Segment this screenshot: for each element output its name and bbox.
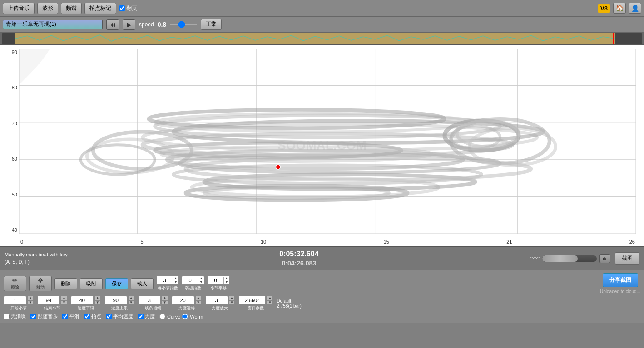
speed-min-down[interactable]: ▼: [94, 300, 101, 305]
status-bar: Manually mark beat with key (A, S, D, F)…: [0, 246, 644, 270]
dynamics-checkbox-label[interactable]: 力度: [138, 313, 155, 320]
rewind-button[interactable]: ⏮: [106, 19, 119, 30]
bar-shift-value: 0: [208, 278, 223, 283]
start-bar-down[interactable]: ▼: [27, 300, 34, 305]
waveform-button[interactable]: 波形: [37, 3, 58, 14]
smooth-checkbox[interactable]: [62, 314, 68, 319]
filename-input[interactable]: [3, 20, 103, 29]
main-visualization[interactable]: 90 80 70 60 50 40: [0, 44, 644, 246]
volume-slider[interactable]: [542, 255, 597, 262]
delete-button[interactable]: 删除: [54, 278, 77, 289]
beats-per-bar-down[interactable]: ▼: [173, 280, 178, 284]
beat-point-checkbox-label[interactable]: 拍点: [84, 313, 101, 320]
end-bar-label: 结束小节: [44, 305, 60, 311]
no-denoise-checkbox-label[interactable]: 无消噪: [4, 313, 26, 320]
share-screenshot-button[interactable]: 分享截图: [603, 273, 638, 287]
x-label-21: 21: [506, 239, 512, 245]
speed-min-input-group: ▲ ▼: [71, 296, 101, 305]
dyn-amp-input[interactable]: [205, 296, 228, 305]
waveform-overview[interactable]: [2, 33, 642, 44]
end-bar-input[interactable]: [37, 296, 60, 305]
curve-label[interactable]: Curve: [167, 314, 180, 319]
speed-min-input[interactable]: [71, 296, 94, 305]
speed-slider[interactable]: [170, 24, 197, 25]
curve-radio[interactable]: [159, 314, 165, 319]
speed-max-up[interactable]: ▲: [128, 296, 134, 300]
page-checkbox[interactable]: [119, 5, 125, 11]
bar-shift-input[interactable]: 0 ▲ ▼: [207, 276, 230, 285]
skip-end-button[interactable]: ⏭: [599, 254, 610, 263]
follow-music-checkbox[interactable]: [30, 314, 36, 319]
upload-music-button[interactable]: 上传音乐: [3, 3, 35, 14]
beats-per-bar-arrows: ▲ ▼: [173, 277, 178, 284]
beats-per-bar-label: 每小节拍数: [158, 285, 178, 291]
dyn-carrier-input[interactable]: [172, 296, 194, 305]
normal-speed-button[interactable]: 正常: [201, 19, 222, 30]
bar-shift-arrows: ▲ ▼: [223, 277, 229, 284]
x-label-5: 5: [140, 239, 143, 245]
line-width-down[interactable]: ▼: [162, 300, 168, 305]
default-label: Default:: [277, 299, 301, 304]
dyn-amp-up[interactable]: ▲: [229, 296, 235, 300]
follow-music-checkbox-label[interactable]: 跟随音乐: [30, 313, 58, 320]
worm-radio[interactable]: [182, 314, 188, 319]
time2: 0:04:26.083: [72, 259, 526, 267]
load-button[interactable]: 载入: [131, 278, 154, 289]
bar-shift-down[interactable]: ▼: [224, 280, 229, 284]
beat-point-checkbox[interactable]: [84, 314, 90, 319]
window-param-input[interactable]: [238, 296, 266, 305]
save-button[interactable]: 保存: [105, 278, 128, 289]
speed-min-label: 速度下限: [78, 305, 94, 311]
avg-speed-checkbox[interactable]: [106, 314, 112, 319]
user-icon: 👤: [631, 5, 639, 12]
controls-row2: ▲ ▼ 开始小节 ▲ ▼ 结束小节 ▲ ▼: [4, 296, 640, 311]
avg-speed-checkbox-label[interactable]: 平均速度: [106, 313, 133, 320]
start-bar-input-group: ▲ ▼: [4, 296, 34, 305]
avg-speed-label: 平均速度: [113, 313, 133, 320]
speed-max-down[interactable]: ▼: [128, 300, 134, 305]
waveform-mini: 〰 ⏭: [530, 253, 610, 264]
weak-beat-input[interactable]: 0 ▲ ▼: [182, 276, 204, 285]
dyn-carrier-up[interactable]: ▲: [195, 296, 202, 300]
beats-per-bar-input[interactable]: 3 ▲ ▼: [156, 276, 179, 285]
dynamics-checkbox[interactable]: [138, 314, 144, 319]
y-label-50: 50: [12, 192, 17, 197]
end-bar-down[interactable]: ▼: [61, 300, 67, 305]
move-button[interactable]: ✥ 移动: [29, 276, 52, 291]
speed-min-up[interactable]: ▲: [94, 296, 101, 300]
window-param-up[interactable]: ▲: [267, 296, 273, 300]
start-bar-up[interactable]: ▲: [27, 296, 34, 300]
home-button[interactable]: 🏠: [613, 3, 626, 14]
screenshot-button[interactable]: 截图: [615, 252, 639, 265]
line-width-input[interactable]: [138, 296, 161, 305]
frequency-button[interactable]: 频谱: [61, 3, 82, 14]
smooth-checkbox-label[interactable]: 平滑: [62, 313, 79, 320]
beat-button[interactable]: 拍点标记: [84, 3, 116, 14]
user-button[interactable]: 👤: [629, 3, 641, 14]
dyn-carrier-down[interactable]: ▼: [195, 300, 202, 305]
y-label-80: 80: [12, 85, 17, 90]
end-bar-up[interactable]: ▲: [61, 296, 67, 300]
window-param-down[interactable]: ▼: [267, 300, 273, 305]
line-width-up[interactable]: ▲: [162, 296, 168, 300]
speed-max-input[interactable]: [104, 296, 127, 305]
playhead-indicator: [613, 33, 614, 44]
play-icon: ▶: [127, 21, 132, 28]
time1: 0:05:32.604: [72, 250, 526, 259]
play-button[interactable]: ▶: [123, 19, 135, 30]
worm-label[interactable]: Worm: [190, 314, 203, 319]
absorb-button[interactable]: 吸附: [80, 278, 103, 289]
waveform-svg: [15, 34, 615, 44]
line-width-label: 线条粗细: [145, 305, 161, 311]
v3-badge: V3: [598, 4, 610, 13]
no-denoise-checkbox[interactable]: [4, 314, 10, 319]
weak-beat-down[interactable]: ▼: [198, 280, 204, 284]
top-right-icons: V3 🏠 👤: [598, 3, 641, 14]
position-marker: [276, 165, 280, 169]
viz-type-radio-group: Curve Worm: [159, 314, 203, 319]
erase-button[interactable]: ✏ 擦除: [4, 276, 26, 291]
y-axis: 90 80 70 60 50 40: [4, 49, 17, 233]
y-label-40: 40: [12, 227, 17, 233]
start-bar-input[interactable]: [4, 296, 26, 305]
dyn-amp-down[interactable]: ▼: [229, 300, 235, 305]
